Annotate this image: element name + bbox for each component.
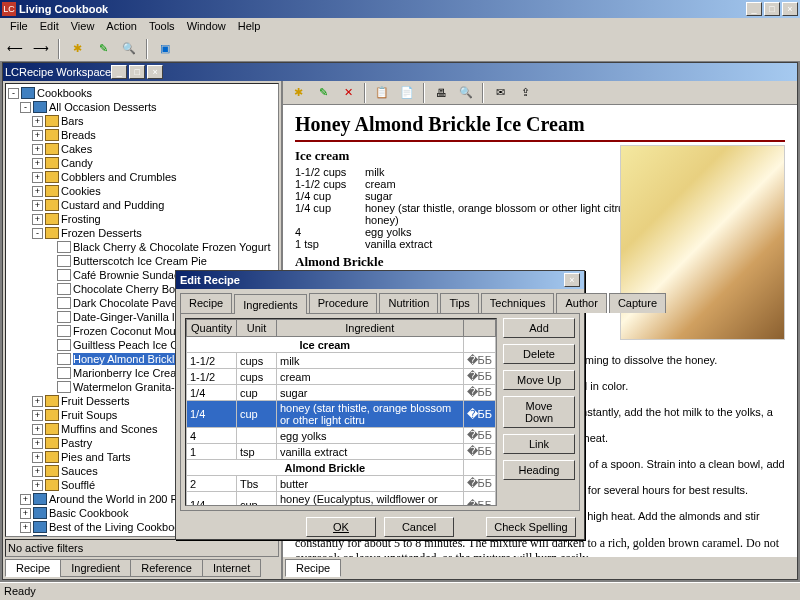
recipe-title: Honey Almond Brickle Ice Cream: [295, 113, 785, 142]
app-icon: LC: [2, 2, 16, 16]
menu-action[interactable]: Action: [100, 18, 143, 36]
link-icon[interactable]: �ББ: [463, 401, 495, 428]
ingredients-grid-wrap[interactable]: QuantityUnitIngredientIce cream1-1/2cups…: [185, 318, 497, 506]
grid-row[interactable]: Ice cream: [187, 337, 496, 353]
grid-row[interactable]: 1-1/2cupscream�ББ: [187, 369, 496, 385]
menu-file[interactable]: File: [4, 18, 34, 36]
link-icon[interactable]: �ББ: [463, 428, 495, 444]
dialog-close-button[interactable]: ×: [564, 273, 580, 287]
main-toolbar: ⟵ ⟶ ✱ ✎ 🔍 ▣: [0, 36, 800, 62]
link-icon[interactable]: �ББ: [463, 444, 495, 460]
link-icon[interactable]: [463, 460, 495, 476]
tree-item[interactable]: +Frosting: [8, 212, 276, 226]
add-button[interactable]: Add: [503, 318, 575, 338]
save-button[interactable]: ✎: [92, 38, 114, 60]
grid-row[interactable]: 1-1/2cupsmilk�ББ: [187, 353, 496, 369]
tree-item[interactable]: -All Occasion Desserts: [8, 100, 276, 114]
minimize-button[interactable]: _: [746, 2, 762, 16]
menu-help[interactable]: Help: [232, 18, 267, 36]
link-icon[interactable]: �ББ: [463, 369, 495, 385]
ws-maximize-button[interactable]: □: [129, 65, 145, 79]
right-tab-recipe[interactable]: Recipe: [285, 559, 341, 577]
menu-tools[interactable]: Tools: [143, 18, 181, 36]
r-email-icon[interactable]: ✉: [489, 82, 511, 104]
left-tab-recipe[interactable]: Recipe: [5, 559, 61, 577]
move-up-button[interactable]: Move Up: [503, 370, 575, 390]
find-button[interactable]: 🔍: [118, 38, 140, 60]
status-text: Ready: [4, 585, 36, 597]
edit-recipe-dialog: Edit Recipe × RecipeIngredientsProcedure…: [175, 270, 585, 540]
grid-row[interactable]: 1/4cuphoney (star thistle, orange blosso…: [187, 401, 496, 428]
cancel-button[interactable]: Cancel: [384, 517, 454, 537]
check-spelling-button[interactable]: Check Spelling: [486, 517, 576, 537]
r-print-icon[interactable]: 🖶: [430, 82, 452, 104]
props-button[interactable]: ▣: [154, 38, 176, 60]
dlg-tab-techniques[interactable]: Techniques: [481, 293, 555, 313]
tree-item[interactable]: +Cookies: [8, 184, 276, 198]
menu-view[interactable]: View: [65, 18, 101, 36]
back-button[interactable]: ⟵: [4, 38, 26, 60]
dlg-tab-recipe[interactable]: Recipe: [180, 293, 232, 313]
dlg-tab-procedure[interactable]: Procedure: [309, 293, 378, 313]
ingredients-grid: QuantityUnitIngredientIce cream1-1/2cups…: [186, 319, 496, 506]
left-tabs: RecipeIngredientReferenceInternet: [3, 557, 281, 579]
dlg-tab-nutrition[interactable]: Nutrition: [379, 293, 438, 313]
link-icon[interactable]: [463, 337, 495, 353]
workspace-icon: LC: [5, 66, 19, 78]
maximize-button[interactable]: □: [764, 2, 780, 16]
menu-window[interactable]: Window: [181, 18, 232, 36]
close-button[interactable]: ×: [782, 2, 798, 16]
grid-row[interactable]: Almond Brickle: [187, 460, 496, 476]
dialog-titlebar[interactable]: Edit Recipe ×: [176, 271, 584, 289]
r-paste-icon[interactable]: 📄: [396, 82, 418, 104]
tree-item[interactable]: +Bars: [8, 114, 276, 128]
r-delete-icon[interactable]: ✕: [337, 82, 359, 104]
forward-button[interactable]: ⟶: [30, 38, 52, 60]
link-icon[interactable]: �ББ: [463, 385, 495, 401]
grid-row[interactable]: 1/4cuphoney (Eucalyptus, wildflower or o…: [187, 492, 496, 507]
link-icon[interactable]: �ББ: [463, 492, 495, 507]
statusbar: Ready: [0, 582, 800, 600]
r-new-icon[interactable]: ✱: [287, 82, 309, 104]
menu-edit[interactable]: Edit: [34, 18, 65, 36]
left-tab-reference[interactable]: Reference: [130, 559, 203, 577]
r-preview-icon[interactable]: 🔍: [455, 82, 477, 104]
move-down-button[interactable]: Move Down: [503, 396, 575, 428]
dlg-tab-capture[interactable]: Capture: [609, 293, 666, 313]
tree-item[interactable]: +Custard and Pudding: [8, 198, 276, 212]
recipe-toolbar: ✱ ✎ ✕ 📋 📄 🖶 🔍 ✉ ⇪: [283, 81, 797, 105]
tree-item[interactable]: +Cobblers and Crumbles: [8, 170, 276, 184]
dialog-tabs: RecipeIngredientsProcedureNutritionTipsT…: [176, 289, 584, 313]
tree-item[interactable]: -Frozen Desserts: [8, 226, 276, 240]
ws-close-button[interactable]: ×: [147, 65, 163, 79]
tree-item[interactable]: +Breads: [8, 128, 276, 142]
r-edit-icon[interactable]: ✎: [312, 82, 334, 104]
left-tab-internet[interactable]: Internet: [202, 559, 261, 577]
workspace-titlebar: LC Recipe Workspace _ □ ×: [3, 63, 797, 81]
ws-minimize-button[interactable]: _: [111, 65, 127, 79]
heading-button[interactable]: Heading: [503, 460, 575, 480]
new-recipe-button[interactable]: ✱: [66, 38, 88, 60]
delete-button[interactable]: Delete: [503, 344, 575, 364]
ok-button[interactable]: OK: [306, 517, 376, 537]
dialog-title: Edit Recipe: [180, 274, 564, 286]
grid-row[interactable]: 4egg yolks�ББ: [187, 428, 496, 444]
link-button[interactable]: Link: [503, 434, 575, 454]
dlg-tab-author[interactable]: Author: [556, 293, 606, 313]
link-icon[interactable]: �ББ: [463, 353, 495, 369]
tree-item[interactable]: +Cakes: [8, 142, 276, 156]
tree-item[interactable]: +Candy: [8, 156, 276, 170]
right-tabs: Recipe: [283, 557, 797, 579]
dlg-tab-ingredients[interactable]: Ingredients: [234, 294, 306, 314]
tree-root[interactable]: -Cookbooks: [8, 86, 276, 100]
tree-item[interactable]: Black Cherry & Chocolate Frozen Yogurt: [8, 240, 276, 254]
dlg-tab-tips[interactable]: Tips: [440, 293, 478, 313]
r-copy-icon[interactable]: 📋: [371, 82, 393, 104]
grid-row[interactable]: 1tspvanilla extract�ББ: [187, 444, 496, 460]
link-icon[interactable]: �ББ: [463, 476, 495, 492]
grid-row[interactable]: 2Tbsbutter�ББ: [187, 476, 496, 492]
r-export-icon[interactable]: ⇪: [514, 82, 536, 104]
left-tab-ingredient[interactable]: Ingredient: [60, 559, 131, 577]
tree-item[interactable]: Butterscotch Ice Cream Pie: [8, 254, 276, 268]
grid-row[interactable]: 1/4cupsugar�ББ: [187, 385, 496, 401]
